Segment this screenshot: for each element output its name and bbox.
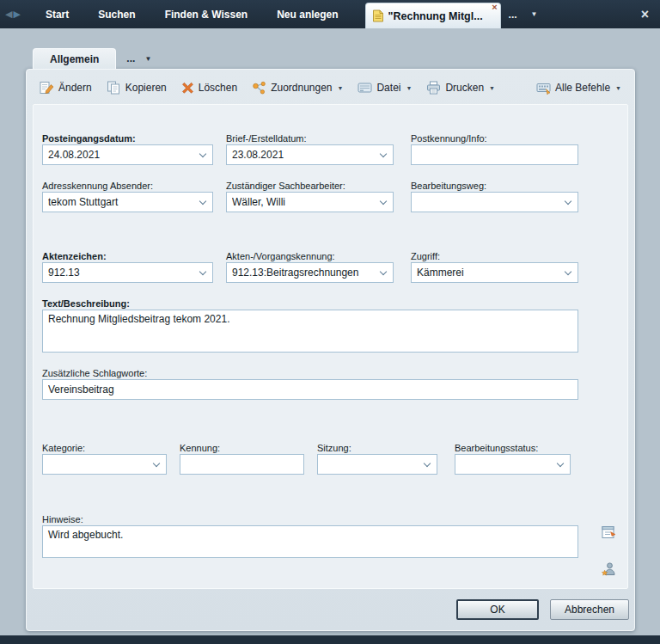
toolbar-label: Zuordnungen — [271, 82, 332, 94]
field-label: Bearbeitungsstatus: — [455, 443, 571, 454]
field-label: Zuständiger Sachbearbeiter: — [226, 181, 394, 192]
field-label: Akten-/Vorgangskennung: — [226, 251, 394, 262]
nav-forward-icon[interactable]: ▶ — [13, 0, 20, 28]
edit-icon — [40, 81, 54, 95]
field-bearbeitungsweg: Bearbeitungsweg: — [411, 181, 578, 212]
field-label: Zugriff: — [411, 251, 578, 262]
combo-value: Kämmerei — [417, 267, 562, 279]
chevron-down-icon — [199, 197, 206, 204]
kopieren-button[interactable]: Kopieren — [107, 81, 167, 95]
tabstrip-dropdown-icon[interactable]: ▼ — [144, 55, 151, 69]
tab-close-icon[interactable]: × — [492, 3, 497, 12]
menu-tab-suchen[interactable]: Suchen — [83, 0, 150, 28]
field-label: Text/Beschreibung: — [42, 298, 578, 310]
field-label: Hinweise: — [42, 514, 578, 525]
document-tab[interactable]: "Rechnung Mitgl... × — [365, 3, 501, 28]
toolbar-label: Kopieren — [125, 82, 167, 94]
field-adresskennung: Adresskennung Absender: tekom Stuttgart — [42, 181, 213, 212]
titlebar-overflow[interactable]: ... — [509, 9, 517, 21]
chevron-down-icon — [557, 459, 564, 466]
field-label: Brief-/Erstelldatum: — [226, 133, 394, 144]
tabstrip-overflow[interactable]: ... — [126, 52, 135, 69]
hinweise-textarea[interactable]: Wird abgebucht. — [42, 525, 578, 558]
document-icon — [372, 9, 384, 22]
dropdown-arrow-icon: ▼ — [615, 85, 621, 91]
field-label: Posteingangsdatum: — [42, 133, 213, 144]
alle-befehle-button[interactable]: Alle Befehle ▼ — [536, 81, 621, 95]
schlagworte-input[interactable] — [42, 379, 578, 400]
zuordnungen-button[interactable]: Zuordnungen ▼ — [252, 81, 343, 95]
field-label: Postkennung/Info: — [411, 133, 578, 144]
person-star-icon — [601, 565, 617, 580]
dropdown-arrow-icon: ▼ — [489, 85, 495, 91]
note-icon — [601, 528, 617, 543]
cancel-button[interactable]: Abbrechen — [550, 599, 629, 620]
chevron-down-icon — [565, 267, 571, 274]
aktenzeichen-combobox[interactable]: 912.13 — [42, 262, 213, 283]
combo-value: 912.13 — [48, 267, 197, 279]
sachbearbeiter-combobox[interactable]: Wäller, Willi — [226, 192, 394, 212]
field-brief-erstelldatum: Brief-/Erstelldatum: 23.08.2021 — [226, 133, 394, 165]
combo-value: Wäller, Willi — [232, 196, 377, 208]
zugriff-combobox[interactable]: Kämmerei — [411, 262, 578, 283]
field-postkennung: Postkennung/Info: — [411, 133, 578, 165]
field-label: Bearbeitungsweg: — [411, 181, 578, 192]
loeschen-button[interactable]: Löschen — [181, 82, 237, 94]
vorgangskennung-combobox[interactable]: 912.13:Beitragsrechnungen — [226, 262, 394, 283]
field-aktenzeichen: Aktenzeichen: 912.13 — [42, 251, 213, 283]
field-schlagworte: Zusätzliche Schlagworte: — [42, 368, 578, 400]
field-label: Adresskennung Absender: — [42, 181, 213, 192]
assignments-icon — [252, 81, 266, 95]
chevron-down-icon — [199, 267, 206, 274]
bearbeitungsstatus-combobox[interactable] — [455, 454, 571, 475]
titlebar: ◀ ▶ Start Suchen Finden & Wissen Neu anl… — [0, 0, 660, 28]
chevron-down-icon — [380, 150, 387, 156]
field-label: Zusätzliche Schlagworte: — [42, 368, 578, 379]
field-zugriff: Zugriff: Kämmerei — [411, 251, 578, 283]
field-posteingangsdatum: Posteingangsdatum: 24.08.2021 — [42, 133, 213, 165]
new-note-button[interactable] — [601, 524, 618, 541]
delete-icon — [181, 82, 194, 94]
drucken-button[interactable]: Drucken ▼ — [426, 81, 495, 95]
toolbar-label: Datei — [376, 82, 400, 94]
adresskennung-combobox[interactable]: tekom Stuttgart — [42, 192, 213, 212]
bearbeitungsweg-combobox[interactable] — [411, 192, 578, 212]
field-label: Kennung: — [180, 443, 304, 454]
combo-value: 912.13:Beitragsrechnungen — [232, 267, 377, 279]
posteingangsdatum-combobox[interactable]: 24.08.2021 — [42, 144, 213, 165]
bottom-strip — [0, 635, 660, 644]
combo-value: 23.08.2021 — [232, 149, 377, 161]
field-hinweise: Hinweise: Wird abgebucht. — [42, 514, 578, 558]
titlebar-menu: Start Suchen Finden & Wissen Neu anlegen — [31, 0, 353, 28]
ok-button[interactable]: OK — [456, 599, 539, 620]
datei-button[interactable]: Datei ▼ — [358, 81, 412, 95]
window-close-icon[interactable]: × — [641, 8, 649, 21]
combo-value: tekom Stuttgart — [48, 196, 197, 208]
kategorie-combobox[interactable] — [42, 454, 167, 475]
printer-icon — [426, 81, 441, 95]
kennung-input[interactable] — [180, 454, 304, 475]
field-label: Sitzung: — [317, 443, 437, 454]
dropdown-arrow-icon: ▼ — [338, 85, 344, 91]
sitzung-combobox[interactable] — [317, 454, 437, 475]
chevron-down-icon — [565, 197, 571, 204]
field-label: Kategorie: — [42, 443, 167, 454]
field-sachbearbeiter: Zuständiger Sachbearbeiter: Wäller, Will… — [226, 181, 394, 212]
aendern-button[interactable]: Ändern — [40, 81, 92, 95]
tab-allgemein[interactable]: Allgemein — [33, 48, 116, 69]
titlebar-dropdown-icon[interactable]: ▼ — [531, 10, 538, 18]
brief-erstelldatum-combobox[interactable]: 23.08.2021 — [226, 144, 394, 165]
beschreibung-textarea[interactable]: Rechnung Mitgliedsbeitrag tekom 2021. — [42, 310, 578, 353]
menu-tab-start[interactable]: Start — [31, 0, 83, 28]
copy-icon — [107, 81, 121, 95]
chevron-down-icon — [153, 459, 160, 466]
chevron-down-icon — [424, 459, 431, 466]
form-panel: Ändern Kopieren Löschen — [26, 69, 635, 631]
menu-tab-finden-wissen[interactable]: Finden & Wissen — [150, 0, 263, 28]
nav-back-icon[interactable]: ◀ — [5, 0, 12, 28]
add-contact-button[interactable] — [601, 561, 618, 578]
postkennung-input[interactable] — [411, 144, 578, 165]
document-tab-label: "Rechnung Mitgl... — [388, 10, 483, 22]
menu-tab-neu-anlegen[interactable]: Neu anlegen — [262, 0, 352, 28]
dropdown-arrow-icon: ▼ — [406, 85, 412, 91]
